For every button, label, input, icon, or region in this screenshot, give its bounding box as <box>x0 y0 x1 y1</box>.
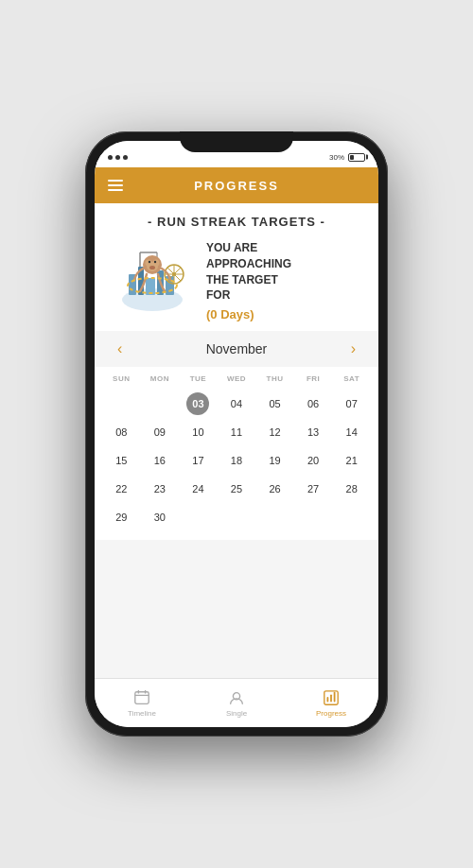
streak-section: - RUN STREAK TARGETS - <box>95 203 378 331</box>
calendar-day-cell[interactable]: 26 <box>255 476 294 502</box>
signal-dot-2 <box>115 155 120 160</box>
svg-point-20 <box>154 261 156 263</box>
approaching-text: YOU ARE APPROACHING THE TARGET FOR <box>206 240 363 304</box>
calendar-day-cell[interactable]: 27 <box>294 476 333 502</box>
calendar-week-row: 22232425262728 <box>102 476 371 502</box>
calendar-day-cell[interactable]: 16 <box>141 447 180 474</box>
calendar-week-row: 29300000000000 <box>102 504 371 530</box>
calendar-day-cell: 00 <box>332 504 371 530</box>
calendar-month-label: November <box>206 341 268 356</box>
calendar-day-cell[interactable]: 14 <box>332 419 371 445</box>
svg-point-21 <box>149 266 155 269</box>
calendar-day-cell[interactable]: 21 <box>332 447 371 474</box>
tab-progress[interactable]: Progress <box>284 688 378 718</box>
calendar-day-cell[interactable]: 08 <box>102 419 141 445</box>
day-header-mon: MON <box>141 371 180 387</box>
calendar-day-cell[interactable]: 04 <box>218 391 256 417</box>
day-header-wed: WED <box>218 371 256 387</box>
calendar-day-cell[interactable]: 11 <box>218 419 256 445</box>
calendar-day-cell: 00 <box>179 504 218 530</box>
calendar-day-cell[interactable]: 17 <box>179 447 218 474</box>
tab-single[interactable]: Single <box>189 688 284 718</box>
calendar-day-cell[interactable]: 23 <box>141 476 180 502</box>
next-month-button[interactable]: › <box>343 339 363 359</box>
calendar-today-cell: 03 <box>186 392 209 415</box>
calendar-day-cell[interactable]: 24 <box>179 476 218 502</box>
calendar-week-row: 08091011121314 <box>102 419 371 445</box>
signal-dot-3 <box>123 155 128 160</box>
svg-point-19 <box>149 261 150 263</box>
streak-illustration <box>110 238 195 323</box>
single-icon <box>227 688 246 707</box>
calendar-day-cell[interactable]: 30 <box>141 504 180 530</box>
calendar-grid: SUN MON TUE WED THU FRI SAT 000003040506… <box>95 367 378 540</box>
day-header-sun: SUN <box>102 371 141 387</box>
notch <box>180 131 293 152</box>
day-headers-row: SUN MON TUE WED THU FRI SAT <box>102 371 371 387</box>
calendar-day-cell[interactable]: 28 <box>332 476 371 502</box>
signal-dots <box>108 155 128 160</box>
streak-text-block: YOU ARE APPROACHING THE TARGET FOR (0 Da… <box>206 240 363 321</box>
menu-line-2 <box>108 184 123 186</box>
calendar-day-cell[interactable]: 09 <box>141 419 180 445</box>
battery-percent-label: 30% <box>329 153 344 162</box>
calendar-day-cell[interactable]: 05 <box>255 391 294 417</box>
header-title: PROGRESS <box>194 179 279 193</box>
app-header: PROGRESS <box>95 167 378 203</box>
calendar-day-cell: 00 <box>141 391 180 417</box>
phone-frame: 30% PROGRESS - RUN STREAK TARGETS - <box>85 131 388 737</box>
signal-dot-1 <box>108 155 113 160</box>
timeline-icon <box>132 688 151 707</box>
main-content: - RUN STREAK TARGETS - <box>95 203 378 678</box>
tab-timeline[interactable]: Timeline <box>95 688 189 718</box>
menu-button[interactable] <box>108 180 123 191</box>
calendar-day-cell[interactable]: 10 <box>179 419 218 445</box>
calendar-day-cell: 00 <box>218 504 256 530</box>
calendar-day-cell: 00 <box>294 504 333 530</box>
tab-progress-label: Progress <box>316 709 346 718</box>
tab-timeline-label: Timeline <box>128 709 156 718</box>
calendar-section: ‹ November › SUN MON TUE WED THU FRI SAT <box>95 331 378 678</box>
svg-rect-23 <box>135 692 149 704</box>
calendar-day-cell: 00 <box>102 391 141 417</box>
calendar-day-cell[interactable]: 22 <box>102 476 141 502</box>
calendar-week-row: 00000304050607 <box>102 391 371 417</box>
menu-line-1 <box>108 180 123 182</box>
calendar-day-cell: 00 <box>255 504 294 530</box>
menu-line-3 <box>108 189 123 191</box>
battery-area: 30% <box>329 153 365 162</box>
calendar-week-row: 15161718192021 <box>102 447 371 474</box>
calendar-day-cell[interactable]: 12 <box>255 419 294 445</box>
calendar-day-cell[interactable]: 03 <box>179 391 218 417</box>
calendar-day-cell[interactable]: 06 <box>294 391 333 417</box>
prev-month-button[interactable]: ‹ <box>110 339 130 359</box>
phone-screen: 30% PROGRESS - RUN STREAK TARGETS - <box>95 141 378 727</box>
calendar-day-cell[interactable]: 19 <box>255 447 294 474</box>
calendar-day-cell[interactable]: 13 <box>294 419 333 445</box>
day-header-tue: TUE <box>179 371 218 387</box>
calendar-day-cell[interactable]: 15 <box>102 447 141 474</box>
day-header-fri: FRI <box>294 371 333 387</box>
battery-icon <box>348 153 365 162</box>
calendar-day-cell[interactable]: 18 <box>218 447 256 474</box>
tab-single-label: Single <box>226 709 247 718</box>
progress-icon <box>322 688 341 707</box>
streak-title: - RUN STREAK TARGETS - <box>110 215 363 229</box>
day-header-thu: THU <box>255 371 294 387</box>
tab-bar: Timeline Single <box>95 678 378 727</box>
day-header-sat: SAT <box>332 371 371 387</box>
calendar-day-cell[interactable]: 29 <box>102 504 141 530</box>
streak-body: YOU ARE APPROACHING THE TARGET FOR (0 Da… <box>110 238 363 323</box>
calendar-day-cell[interactable]: 20 <box>294 447 333 474</box>
calendar-body: 0000030405060708091011121314151617181920… <box>102 391 371 530</box>
calendar-day-cell[interactable]: 07 <box>332 391 371 417</box>
calendar-nav: ‹ November › <box>95 331 378 367</box>
days-label: (0 Days) <box>206 307 363 321</box>
battery-fill <box>350 155 354 160</box>
calendar-day-cell[interactable]: 25 <box>218 476 256 502</box>
